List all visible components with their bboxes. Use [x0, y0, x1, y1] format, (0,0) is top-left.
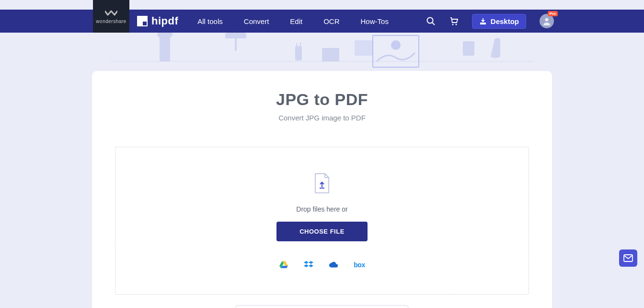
svg-rect-15	[463, 41, 474, 56]
dropzone[interactable]: Drop files here or CHOOSE FILE box	[115, 147, 529, 295]
brand-parent-label: wondershare	[96, 19, 126, 24]
hero-decoration	[0, 33, 644, 76]
svg-rect-12	[355, 40, 373, 56]
file-upload-icon	[313, 173, 331, 194]
hipdf-label: hipdf	[151, 15, 178, 27]
box-icon[interactable]: box	[354, 261, 365, 269]
svg-rect-8	[295, 46, 302, 60]
main-card: JPG to PDF Convert JPG image to PDF Drop…	[92, 71, 552, 308]
nav-all-tools[interactable]: All tools	[197, 17, 223, 25]
offline-link[interactable]: Work Offline? Try Desktop Version >	[236, 305, 408, 308]
wondershare-icon	[105, 9, 117, 17]
svg-line-1	[432, 23, 435, 25]
hipdf-icon	[137, 16, 148, 26]
page-title: JPG to PDF	[115, 90, 529, 109]
svg-rect-11	[322, 48, 339, 61]
dropbox-icon[interactable]	[304, 261, 313, 269]
svg-point-3	[455, 24, 457, 25]
nav-edit[interactable]: Edit	[290, 17, 302, 25]
search-icon[interactable]	[426, 16, 436, 26]
nav-right: Desktop Pro	[426, 14, 554, 29]
download-icon	[479, 17, 487, 25]
drop-text: Drop files here or	[296, 205, 347, 213]
box-label: box	[354, 261, 365, 269]
navbar: wondershare hipdf All tools Convert Edit…	[0, 10, 644, 33]
svg-point-2	[452, 24, 453, 25]
desktop-button[interactable]: Desktop	[472, 14, 526, 29]
svg-point-0	[427, 18, 433, 24]
nav-links: All tools Convert Edit OCR How-Tos	[197, 17, 389, 25]
svg-rect-7	[235, 38, 237, 51]
svg-point-6	[157, 33, 172, 38]
page-subtitle: Convert JPG image to PDF	[115, 114, 529, 122]
cart-icon[interactable]	[449, 16, 459, 26]
feedback-button[interactable]	[619, 249, 637, 267]
mail-icon	[623, 254, 633, 262]
svg-point-14	[391, 40, 401, 50]
desktop-label: Desktop	[491, 17, 519, 25]
nav-ocr[interactable]: OCR	[323, 17, 339, 25]
user-avatar[interactable]: Pro	[540, 14, 554, 28]
nav-howtos[interactable]: How-Tos	[361, 17, 389, 25]
onedrive-icon[interactable]	[329, 261, 338, 269]
svg-rect-13	[373, 36, 419, 67]
wondershare-brand[interactable]: wondershare	[93, 0, 129, 33]
pro-badge: Pro	[548, 11, 558, 16]
svg-rect-5	[160, 36, 170, 61]
hipdf-logo[interactable]: hipdf	[137, 15, 178, 27]
svg-point-4	[545, 18, 549, 22]
cloud-sources: box	[279, 261, 365, 269]
choose-file-button[interactable]: CHOOSE FILE	[276, 222, 368, 241]
google-drive-icon[interactable]	[279, 261, 288, 269]
nav-convert[interactable]: Convert	[244, 17, 269, 25]
